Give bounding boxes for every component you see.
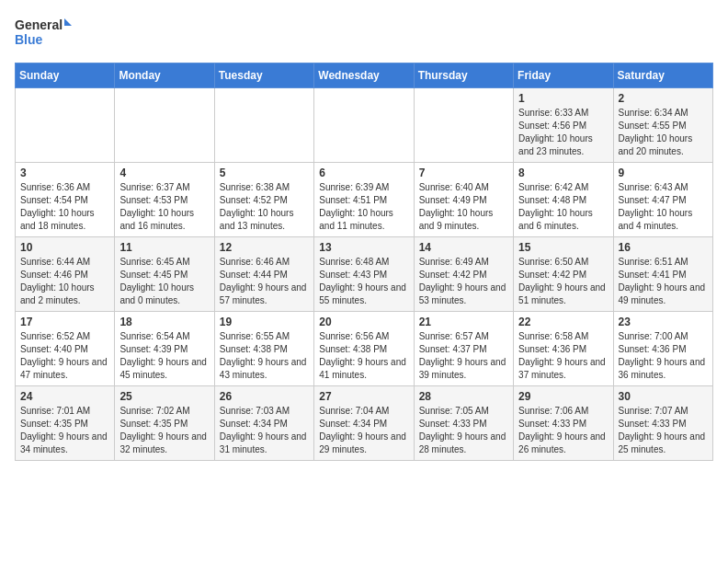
- day-info: Sunrise: 6:43 AM Sunset: 4:47 PM Dayligh…: [619, 181, 708, 233]
- column-header-sunday: Sunday: [16, 63, 115, 88]
- day-number: 5: [220, 167, 309, 179]
- calendar-cell: 21Sunrise: 6:57 AM Sunset: 4:37 PM Dayli…: [414, 312, 513, 386]
- calendar-cell: [16, 88, 115, 163]
- calendar-cell: 18Sunrise: 6:54 AM Sunset: 4:39 PM Dayli…: [115, 312, 214, 386]
- day-info: Sunrise: 6:36 AM Sunset: 4:54 PM Dayligh…: [20, 181, 109, 233]
- day-info: Sunrise: 6:48 AM Sunset: 4:43 PM Dayligh…: [319, 256, 408, 307]
- svg-marker-1: [64, 18, 72, 26]
- day-number: 24: [20, 390, 109, 403]
- calendar-cell: 14Sunrise: 6:49 AM Sunset: 4:42 PM Dayli…: [414, 237, 513, 312]
- calendar-cell: 22Sunrise: 6:58 AM Sunset: 4:36 PM Dayli…: [514, 312, 613, 386]
- calendar-cell: 11Sunrise: 6:45 AM Sunset: 4:45 PM Dayli…: [115, 237, 214, 312]
- calendar-header-row: SundayMondayTuesdayWednesdayThursdayFrid…: [16, 63, 713, 88]
- calendar-cell: 10Sunrise: 6:44 AM Sunset: 4:46 PM Dayli…: [16, 237, 115, 312]
- day-info: Sunrise: 7:06 AM Sunset: 4:33 PM Dayligh…: [518, 405, 608, 456]
- day-number: 16: [619, 241, 708, 254]
- calendar-cell: 8Sunrise: 6:42 AM Sunset: 4:48 PM Daylig…: [514, 163, 613, 237]
- calendar-row: 3Sunrise: 6:36 AM Sunset: 4:54 PM Daylig…: [16, 163, 713, 237]
- calendar-cell: 16Sunrise: 6:51 AM Sunset: 4:41 PM Dayli…: [613, 237, 712, 312]
- calendar-row: 17Sunrise: 6:52 AM Sunset: 4:40 PM Dayli…: [16, 312, 713, 386]
- day-info: Sunrise: 6:38 AM Sunset: 4:52 PM Dayligh…: [220, 181, 309, 233]
- day-info: Sunrise: 7:04 AM Sunset: 4:34 PM Dayligh…: [319, 405, 408, 456]
- calendar-table: SundayMondayTuesdayWednesdayThursdayFrid…: [15, 63, 713, 461]
- day-info: Sunrise: 6:52 AM Sunset: 4:40 PM Dayligh…: [20, 330, 109, 382]
- day-info: Sunrise: 6:46 AM Sunset: 4:44 PM Dayligh…: [220, 256, 309, 307]
- calendar-cell: 20Sunrise: 6:56 AM Sunset: 4:38 PM Dayli…: [314, 312, 414, 386]
- day-info: Sunrise: 6:40 AM Sunset: 4:49 PM Dayligh…: [419, 181, 508, 233]
- calendar-cell: 15Sunrise: 6:50 AM Sunset: 4:42 PM Dayli…: [514, 237, 613, 312]
- day-number: 19: [220, 316, 309, 328]
- day-info: Sunrise: 6:51 AM Sunset: 4:41 PM Dayligh…: [619, 256, 708, 307]
- day-number: 7: [419, 167, 508, 179]
- day-number: 27: [319, 390, 408, 403]
- calendar-cell: 7Sunrise: 6:40 AM Sunset: 4:49 PM Daylig…: [414, 163, 513, 237]
- calendar-cell: [414, 88, 513, 163]
- calendar-cell: 12Sunrise: 6:46 AM Sunset: 4:44 PM Dayli…: [214, 237, 313, 312]
- day-number: 29: [518, 390, 608, 403]
- column-header-thursday: Thursday: [414, 63, 513, 88]
- page-header: GeneralBlue: [15, 15, 713, 52]
- calendar-cell: 30Sunrise: 7:07 AM Sunset: 4:33 PM Dayli…: [613, 386, 712, 461]
- calendar-row: 24Sunrise: 7:01 AM Sunset: 4:35 PM Dayli…: [16, 386, 713, 461]
- day-number: 13: [319, 241, 408, 254]
- calendar-cell: 23Sunrise: 7:00 AM Sunset: 4:36 PM Dayli…: [613, 312, 712, 386]
- day-number: 11: [119, 241, 209, 254]
- day-info: Sunrise: 6:58 AM Sunset: 4:36 PM Dayligh…: [518, 330, 608, 382]
- calendar-cell: [115, 88, 214, 163]
- day-info: Sunrise: 6:56 AM Sunset: 4:38 PM Dayligh…: [319, 330, 408, 382]
- day-number: 14: [419, 241, 508, 254]
- calendar-cell: 29Sunrise: 7:06 AM Sunset: 4:33 PM Dayli…: [514, 386, 613, 461]
- calendar-cell: 2Sunrise: 6:34 AM Sunset: 4:55 PM Daylig…: [613, 88, 712, 163]
- column-header-tuesday: Tuesday: [214, 63, 313, 88]
- day-number: 30: [619, 390, 708, 403]
- calendar-cell: 6Sunrise: 6:39 AM Sunset: 4:51 PM Daylig…: [314, 163, 414, 237]
- calendar-cell: 5Sunrise: 6:38 AM Sunset: 4:52 PM Daylig…: [214, 163, 313, 237]
- day-number: 15: [518, 241, 608, 254]
- svg-text:Blue: Blue: [15, 32, 43, 47]
- day-number: 23: [619, 316, 708, 328]
- calendar-cell: 27Sunrise: 7:04 AM Sunset: 4:34 PM Dayli…: [314, 386, 414, 461]
- day-number: 2: [619, 92, 708, 105]
- day-number: 4: [119, 167, 209, 179]
- calendar-cell: 25Sunrise: 7:02 AM Sunset: 4:35 PM Dayli…: [115, 386, 214, 461]
- day-info: Sunrise: 6:39 AM Sunset: 4:51 PM Dayligh…: [319, 181, 408, 233]
- day-number: 22: [518, 316, 608, 328]
- column-header-monday: Monday: [115, 63, 214, 88]
- calendar-cell: 19Sunrise: 6:55 AM Sunset: 4:38 PM Dayli…: [214, 312, 313, 386]
- logo-icon: GeneralBlue: [15, 15, 79, 52]
- calendar-cell: 4Sunrise: 6:37 AM Sunset: 4:53 PM Daylig…: [115, 163, 214, 237]
- day-number: 9: [619, 167, 708, 179]
- day-number: 10: [20, 241, 109, 254]
- calendar-cell: 13Sunrise: 6:48 AM Sunset: 4:43 PM Dayli…: [314, 237, 414, 312]
- day-number: 8: [518, 167, 608, 179]
- day-info: Sunrise: 6:37 AM Sunset: 4:53 PM Dayligh…: [119, 181, 209, 233]
- day-number: 1: [518, 92, 608, 105]
- day-number: 18: [119, 316, 209, 328]
- calendar-cell: 3Sunrise: 6:36 AM Sunset: 4:54 PM Daylig…: [16, 163, 115, 237]
- day-info: Sunrise: 6:54 AM Sunset: 4:39 PM Dayligh…: [119, 330, 209, 382]
- day-number: 3: [20, 167, 109, 179]
- day-number: 12: [220, 241, 309, 254]
- day-info: Sunrise: 7:02 AM Sunset: 4:35 PM Dayligh…: [119, 405, 209, 456]
- calendar-cell: [214, 88, 313, 163]
- day-info: Sunrise: 6:49 AM Sunset: 4:42 PM Dayligh…: [419, 256, 508, 307]
- day-info: Sunrise: 6:42 AM Sunset: 4:48 PM Dayligh…: [518, 181, 608, 233]
- day-info: Sunrise: 7:00 AM Sunset: 4:36 PM Dayligh…: [619, 330, 708, 382]
- day-info: Sunrise: 7:01 AM Sunset: 4:35 PM Dayligh…: [20, 405, 109, 456]
- day-number: 20: [319, 316, 408, 328]
- day-number: 21: [419, 316, 508, 328]
- day-number: 17: [20, 316, 109, 328]
- day-info: Sunrise: 6:44 AM Sunset: 4:46 PM Dayligh…: [20, 256, 109, 307]
- day-number: 26: [220, 390, 309, 403]
- logo: GeneralBlue: [15, 15, 79, 52]
- day-info: Sunrise: 6:57 AM Sunset: 4:37 PM Dayligh…: [419, 330, 508, 382]
- day-number: 25: [119, 390, 209, 403]
- calendar-cell: 26Sunrise: 7:03 AM Sunset: 4:34 PM Dayli…: [214, 386, 313, 461]
- column-header-wednesday: Wednesday: [314, 63, 414, 88]
- calendar-cell: 9Sunrise: 6:43 AM Sunset: 4:47 PM Daylig…: [613, 163, 712, 237]
- calendar-cell: 1Sunrise: 6:33 AM Sunset: 4:56 PM Daylig…: [514, 88, 613, 163]
- day-number: 6: [319, 167, 408, 179]
- day-info: Sunrise: 6:45 AM Sunset: 4:45 PM Dayligh…: [119, 256, 209, 307]
- day-info: Sunrise: 6:34 AM Sunset: 4:55 PM Dayligh…: [619, 107, 708, 158]
- column-header-saturday: Saturday: [613, 63, 712, 88]
